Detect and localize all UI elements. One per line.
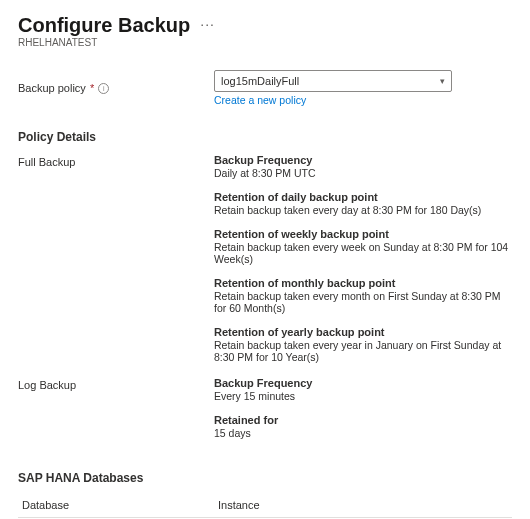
required-marker: * (90, 82, 94, 94)
detail-sub: Retain backup taken every month on First… (214, 290, 512, 314)
backup-policy-label-text: Backup policy (18, 82, 86, 94)
detail-title: Retention of monthly backup point (214, 277, 512, 289)
detail-title: Retained for (214, 414, 512, 426)
backup-policy-selected-value: log15mDailyFull (221, 75, 299, 87)
policy-details-heading: Policy Details (18, 130, 512, 144)
detail-title: Retention of yearly backup point (214, 326, 512, 338)
detail-title: Backup Frequency (214, 154, 512, 166)
page-title: Configure Backup (18, 14, 190, 37)
backup-policy-select[interactable]: log15mDailyFull ▾ (214, 70, 452, 92)
detail-title: Retention of daily backup point (214, 191, 512, 203)
detail-sub: 15 days (214, 427, 512, 439)
backup-policy-label: Backup policy * i (18, 82, 214, 94)
databases-table: Database Instance r75hanadb01\HN1 NW1 r7… (18, 493, 512, 519)
page-subtitle: RHELHANATEST (18, 37, 512, 48)
info-icon[interactable]: i (98, 83, 109, 94)
chevron-down-icon: ▾ (440, 76, 445, 86)
log-backup-label: Log Backup (18, 377, 214, 451)
col-database: Database (18, 493, 214, 518)
sap-hana-databases-heading: SAP HANA Databases (18, 471, 512, 485)
create-policy-link[interactable]: Create a new policy (214, 94, 306, 106)
detail-title: Backup Frequency (214, 377, 512, 389)
col-instance: Instance (214, 493, 512, 518)
detail-sub: Retain backup taken every year in Januar… (214, 339, 512, 363)
full-backup-label: Full Backup (18, 154, 214, 375)
detail-sub: Daily at 8:30 PM UTC (214, 167, 512, 179)
more-icon[interactable]: ··· (200, 17, 215, 35)
detail-sub: Retain backup taken every week on Sunday… (214, 241, 512, 265)
detail-title: Retention of weekly backup point (214, 228, 512, 240)
detail-sub: Retain backup taken every day at 8:30 PM… (214, 204, 512, 216)
detail-sub: Every 15 minutes (214, 390, 512, 402)
